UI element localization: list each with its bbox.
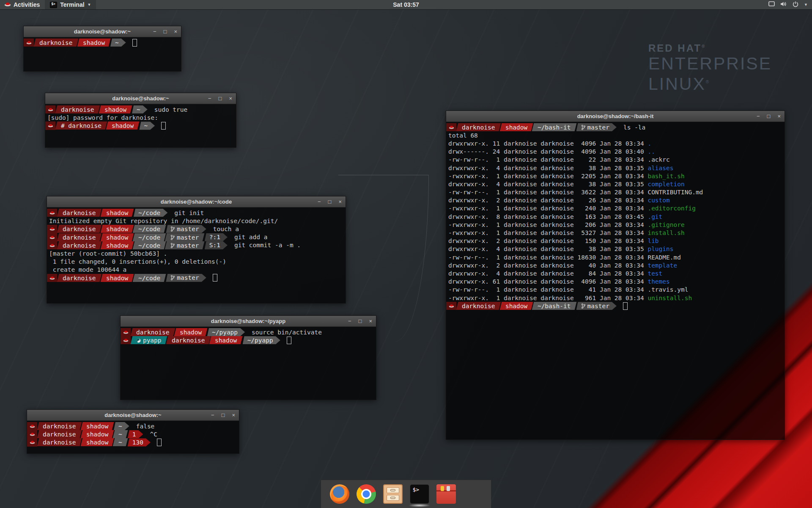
terminal-body[interactable]: darknoiseshadow~ bbox=[24, 37, 181, 71]
terminal-body[interactable]: darknoiseshadow~/pyappsource bin/activat… bbox=[121, 327, 376, 400]
ls-entry-meta: drwxrwxr-x. 2 darknoise darknoise 26 Jan… bbox=[446, 197, 647, 204]
terminal-body[interactable]: darknoiseshadow~sudo true[sudo] password… bbox=[45, 104, 236, 147]
prompt-segment-user: darknoise bbox=[57, 274, 102, 282]
prompt-segment-path: ~ bbox=[132, 105, 148, 113]
prompt-segment-host: shadow bbox=[100, 274, 134, 282]
prompt-segment-path: ~/code bbox=[134, 209, 167, 217]
terminal-body[interactable]: darknoiseshadow~falsedarknoiseshadow~1^C… bbox=[27, 421, 239, 453]
dock-item-toolbox[interactable] bbox=[436, 484, 456, 504]
prompt-segment-user: darknoise bbox=[37, 438, 82, 446]
prompt-segment-hat bbox=[45, 121, 55, 130]
ls-entry-meta: -rwxrwxr-x. 1 darknoise darknoise 5327 J… bbox=[446, 229, 647, 236]
dock-item-files[interactable] bbox=[383, 484, 403, 504]
clock[interactable]: Sat 03:57 bbox=[393, 1, 419, 8]
prompt-segment-path: ~/code bbox=[133, 241, 166, 249]
prompt-segment-hat bbox=[47, 274, 57, 282]
prompt-segment-hat bbox=[27, 438, 37, 446]
terminal-window-term-bashit: darknoise@shadow:~/bash-it−□×darknoisesh… bbox=[446, 110, 785, 440]
output-line: Initialized empty Git repository in /hom… bbox=[47, 217, 346, 225]
maximize-button[interactable]: □ bbox=[222, 412, 225, 418]
output-line: total 68 bbox=[446, 131, 785, 139]
ls-entry-meta: -rwxrwxr-x. 1 darknoise darknoise 240 Ja… bbox=[446, 205, 647, 212]
window-titlebar[interactable]: darknoise@shadow:~/code−□× bbox=[47, 196, 346, 207]
output-line: -rw-rw-r--. 1 darknoise darknoise 3622 J… bbox=[446, 188, 785, 196]
maximize-button[interactable]: □ bbox=[219, 96, 222, 101]
activities-button[interactable]: Activities bbox=[0, 0, 45, 9]
top-bar: Activities $> Terminal ▼ Sat 03:57 ▼ bbox=[0, 0, 812, 10]
system-status-area[interactable]: ▼ bbox=[768, 0, 808, 9]
dock-item-firefox[interactable] bbox=[330, 484, 349, 504]
close-button[interactable]: × bbox=[232, 412, 235, 418]
prompt-segment-user: darknoise bbox=[34, 39, 78, 47]
redhat-icon bbox=[30, 440, 35, 444]
dock-item-terminal[interactable]: $> bbox=[410, 484, 429, 504]
output-text: total 68 bbox=[446, 132, 478, 139]
git-branch-icon bbox=[581, 124, 585, 130]
terminal-cursor bbox=[132, 39, 137, 47]
volume-icon bbox=[780, 1, 787, 8]
redhat-icon bbox=[49, 235, 55, 240]
minimize-button[interactable]: − bbox=[757, 113, 760, 119]
maximize-button[interactable]: □ bbox=[359, 318, 362, 324]
close-button[interactable]: × bbox=[369, 318, 372, 324]
python-icon bbox=[136, 338, 141, 342]
ls-entry-name: completion bbox=[647, 181, 684, 188]
maximize-button[interactable]: □ bbox=[767, 113, 771, 119]
window-title: darknoise@shadow:~ bbox=[45, 95, 236, 102]
output-line: create mode 100644 a bbox=[47, 265, 346, 273]
prompt-segment-path: ~/bash-it bbox=[532, 302, 576, 310]
close-button[interactable]: × bbox=[229, 96, 232, 101]
ls-entry-meta: drwxrwxr-x. 11 darknoise darknoise 4096 … bbox=[446, 140, 647, 147]
terminal-body[interactable]: darknoiseshadow~/codegit initInitialized… bbox=[47, 207, 346, 303]
prompt-segment-user: darknoise bbox=[57, 241, 102, 249]
window-titlebar[interactable]: darknoise@shadow:~/bash-it−□× bbox=[446, 111, 785, 122]
dock-item-app-grid[interactable] bbox=[463, 484, 483, 504]
output-text: [sudo] password for darknoise: bbox=[45, 114, 158, 121]
git-branch-icon bbox=[170, 275, 175, 281]
prompt-segment-host: shadow bbox=[106, 121, 140, 130]
minimize-button[interactable]: − bbox=[153, 29, 156, 34]
prompt-segment-hat bbox=[47, 225, 57, 233]
prompt-segment-path: ~/code bbox=[133, 233, 166, 241]
prompt-segment-host: shadow bbox=[80, 438, 114, 446]
output-line: drwxrwxr-x. 2 darknoise darknoise 150 Ja… bbox=[446, 237, 785, 245]
git-branch-icon bbox=[170, 242, 175, 248]
minimize-button[interactable]: − bbox=[318, 199, 321, 204]
output-line: -rwxrwxr-x. 1 darknoise darknoise 2205 J… bbox=[446, 172, 785, 180]
prompt-segment-hat bbox=[47, 209, 57, 217]
maximize-button[interactable]: □ bbox=[328, 199, 332, 204]
window-titlebar[interactable]: darknoise@shadow:~/pyapp−□× bbox=[121, 316, 376, 327]
prompt-line: darknoiseshadow~130 bbox=[27, 438, 239, 446]
prompt-segment-user: darknoise bbox=[456, 123, 501, 131]
output-line: drwxrwxr-x. 61 darknoise darknoise 4096 … bbox=[446, 278, 785, 286]
window-titlebar[interactable]: darknoise@shadow:~−□× bbox=[45, 93, 236, 104]
output-line: drwxrwxr-x. 4 darknoise darknoise 38 Jan… bbox=[446, 245, 785, 253]
window-titlebar[interactable]: darknoise@shadow:~−□× bbox=[24, 26, 181, 37]
app-menu-terminal[interactable]: $> Terminal ▼ bbox=[45, 0, 96, 9]
prompt-line: darknoiseshadow~false bbox=[27, 422, 239, 430]
maximize-button[interactable]: □ bbox=[164, 29, 167, 34]
window-titlebar[interactable]: darknoise@shadow:~−□× bbox=[27, 410, 239, 421]
minimize-button[interactable]: − bbox=[348, 318, 351, 324]
prompt-segment-host: shadow bbox=[100, 241, 134, 249]
command-text: sudo true bbox=[154, 106, 188, 113]
ls-entry-meta: drwxrwxr-x. 4 darknoise darknoise 38 Jan… bbox=[446, 181, 647, 188]
terminal-window-term-code: darknoise@shadow:~/code−□×darknoiseshado… bbox=[47, 196, 346, 304]
redhat-icon bbox=[30, 432, 35, 436]
ls-entry-name: aliases bbox=[647, 165, 673, 171]
prompt-segment-hat bbox=[47, 241, 57, 249]
output-text: Initialized empty Git repository in /hom… bbox=[47, 218, 278, 224]
ls-entry-meta: -rwxrwxr-x. 1 darknoise darknoise 2205 J… bbox=[446, 173, 647, 179]
minimize-button[interactable]: − bbox=[211, 412, 214, 418]
close-button[interactable]: × bbox=[338, 199, 342, 204]
prompt-segment-hat bbox=[446, 123, 456, 131]
prompt-segment-user: darknoise bbox=[57, 225, 102, 233]
terminal-cursor bbox=[213, 274, 217, 282]
terminal-cursor bbox=[623, 302, 628, 310]
prompt-segment-host: shadow bbox=[100, 209, 134, 217]
terminal-body[interactable]: darknoiseshadow~/bash-itmasterls -latota… bbox=[446, 122, 785, 439]
minimize-button[interactable]: − bbox=[208, 96, 211, 101]
close-button[interactable]: × bbox=[777, 113, 781, 119]
close-button[interactable]: × bbox=[174, 29, 177, 34]
dock-item-chrome[interactable] bbox=[357, 484, 376, 504]
